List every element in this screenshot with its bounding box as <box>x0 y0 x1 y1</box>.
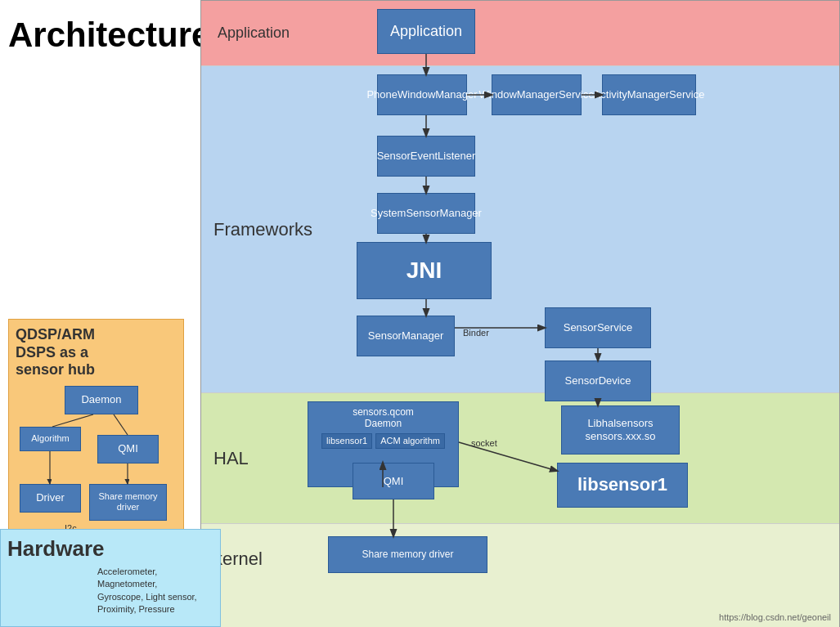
qdsp-title: QDSP/ARMDSPS as asensor hub <box>16 326 177 379</box>
qmi-hal-box: QMI <box>353 463 434 499</box>
qdsp-box: QDSP/ARMDSPS as asensor hub Daemon Algor… <box>8 319 184 556</box>
acm-algorithm-box: ACM algorithm <box>375 433 445 449</box>
hardware-title: Hardware <box>7 536 213 562</box>
libsensor1-inner-box: libsensor1 <box>321 433 372 449</box>
system-sensor-manager-box: SystemSensorManager <box>377 193 475 234</box>
svg-line-13 <box>52 414 93 427</box>
libsensor1-large-box: libsensor1 <box>557 463 688 508</box>
jni-box: JNI <box>357 242 492 299</box>
sensor-event-listener-box: SensorEventListener <box>377 136 475 177</box>
phone-window-manager-box: PhoneWindowManager <box>377 74 467 115</box>
hardware-box: Hardware Accelerometer, Magnetometer, Gy… <box>0 529 221 627</box>
architecture-title: Architecture <box>8 16 210 54</box>
hal-layer-label: HAL <box>213 448 249 469</box>
svg-line-14 <box>114 414 128 435</box>
hal-layer: HAL <box>201 393 839 524</box>
sensors-qcom-label: sensors.qcomDaemon <box>353 406 414 430</box>
diagram-area: Application Frameworks HAL kernel Applic… <box>200 0 840 627</box>
hardware-sensors: Accelerometer, Magnetometer, Gyroscope, … <box>97 566 213 616</box>
watermark: https://blog.csdn.net/geoneil <box>719 612 831 622</box>
sensor-service-box: SensorService <box>545 307 651 348</box>
binder-label: Binder <box>463 328 489 338</box>
window-manager-service-box: WindowManagerService <box>492 74 582 115</box>
share-memory-driver-box: Share memory driver <box>328 536 487 573</box>
sensor-manager-box: SensorManager <box>357 316 455 356</box>
application-layer: Application <box>201 1 839 66</box>
libhalsensors-box: Libhalsensors sensors.xxx.so <box>561 405 680 455</box>
sensor-device-box: SensorDevice <box>545 361 651 401</box>
frameworks-layer: Frameworks <box>201 66 839 393</box>
application-box: Application <box>377 9 475 54</box>
frameworks-layer-label: Frameworks <box>213 219 312 240</box>
socket-label: socket <box>471 438 497 448</box>
activity-manager-service-box: ActivityManagerService <box>602 74 696 115</box>
application-layer-label: Application <box>218 25 290 42</box>
